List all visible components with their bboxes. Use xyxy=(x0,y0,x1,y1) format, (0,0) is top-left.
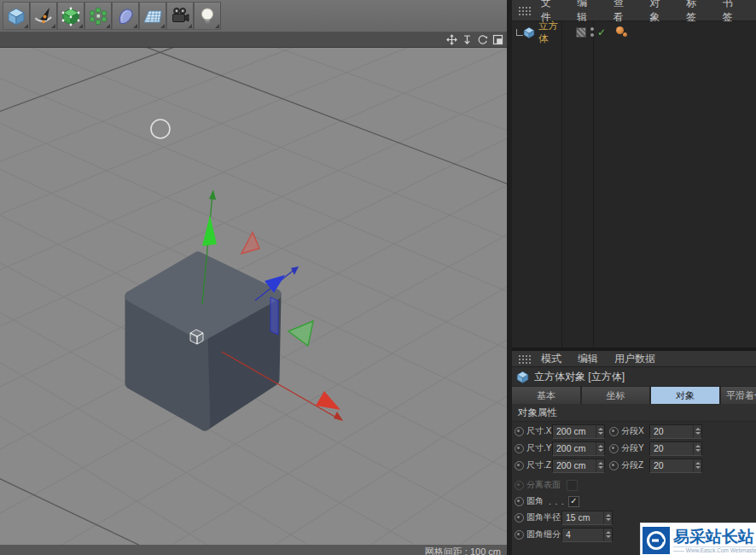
add-cube-button[interactable] xyxy=(3,2,30,30)
fillet-subdiv-field[interactable] xyxy=(561,528,613,542)
spinner-icon[interactable] xyxy=(603,511,612,524)
size-z-field[interactable] xyxy=(552,459,605,473)
segments-x-label: 分段X xyxy=(621,425,647,437)
dotted-leader: . . . xyxy=(549,497,565,506)
hierarchy-branch-icon xyxy=(516,29,523,36)
object-tree[interactable]: 立方体 ✓ xyxy=(512,21,756,348)
segments-y-field[interactable] xyxy=(649,441,702,456)
spinner-icon[interactable] xyxy=(693,459,701,472)
viewport-toggle-icon[interactable] xyxy=(491,34,503,46)
segments-z-field[interactable] xyxy=(649,459,702,473)
cube-object-icon xyxy=(523,26,535,38)
viewport-scene xyxy=(0,48,507,555)
object-name[interactable]: 立方体 xyxy=(538,20,567,45)
array-icon xyxy=(88,6,108,26)
segments-z-label: 分段Z xyxy=(621,459,647,471)
row-size-x: 尺寸.X 分段X xyxy=(512,423,756,440)
size-y-label: 尺寸.Y xyxy=(526,442,552,454)
grid-spacing-readout: 网格间距 : 100 cm xyxy=(0,545,507,555)
spinner-icon[interactable] xyxy=(596,459,604,472)
am-menu-mode[interactable]: 模式 xyxy=(538,351,564,367)
spinner-icon[interactable] xyxy=(596,425,604,438)
environment-floor-button[interactable] xyxy=(139,2,166,30)
object-manager-menubar: 文件 编辑 查看 对象 标签 书签 xyxy=(512,0,756,21)
watermark-logo-icon xyxy=(643,527,670,554)
tab-coordinates[interactable]: 坐标 xyxy=(582,387,649,404)
cube-icon xyxy=(6,6,26,26)
size-x-label: 尺寸.X xyxy=(526,425,552,437)
spinner-icon[interactable] xyxy=(693,425,701,438)
keyframe-circle-icon[interactable] xyxy=(609,427,619,436)
watermark-subtitle: —— Www.Easck.Com Webmaster xyxy=(673,546,756,553)
floor-grid-icon xyxy=(142,6,163,26)
keyframe-circle-icon[interactable] xyxy=(609,444,619,453)
panel-grip-icon[interactable] xyxy=(518,354,531,364)
row-size-y: 尺寸.Y 分段Y xyxy=(512,440,756,457)
left-pane: 网格间距 : 100 cm xyxy=(0,0,507,555)
layer-chip-icon[interactable] xyxy=(576,27,586,38)
spinner-icon[interactable] xyxy=(693,442,701,455)
keyframe-circle-icon[interactable] xyxy=(515,461,524,470)
size-x-field[interactable] xyxy=(552,424,605,439)
enabled-check-icon[interactable]: ✓ xyxy=(597,28,606,37)
attribute-title-text: 立方体对象 [立方体] xyxy=(534,370,625,384)
pen-icon xyxy=(33,6,54,26)
tab-basic[interactable]: 基本 xyxy=(512,387,580,404)
am-menu-edit[interactable]: 编辑 xyxy=(575,351,601,367)
spline-pen-button[interactable] xyxy=(30,2,57,30)
light-button[interactable] xyxy=(194,2,221,30)
cube-object-icon xyxy=(516,371,529,383)
deformer-icon xyxy=(115,6,136,26)
keyframe-circle-icon[interactable] xyxy=(515,497,524,506)
fillet-label: 圆角 xyxy=(526,495,547,507)
deformer-button[interactable] xyxy=(112,2,139,30)
keyframe-circle-icon[interactable] xyxy=(609,461,619,470)
main-toolbar xyxy=(0,0,507,32)
watermark-title: 易采站长站 xyxy=(673,529,756,546)
camera-button[interactable] xyxy=(166,2,194,30)
watermark: 易采站长站 —— Www.Easck.Com Webmaster xyxy=(640,523,756,555)
row-separate-surfaces: 分离表面 xyxy=(512,476,756,494)
attribute-tabs: 基本 坐标 对象 平滑着色( xyxy=(512,387,756,404)
spinner-icon[interactable] xyxy=(603,529,612,541)
row-fillet: 圆角 . . . ✓ xyxy=(512,493,756,510)
tab-phong[interactable]: 平滑着色( xyxy=(721,387,756,404)
viewport-rotate-icon[interactable] xyxy=(476,34,488,46)
object-row-cube[interactable]: 立方体 ✓ xyxy=(512,24,756,40)
right-pane: 文件 编辑 查看 对象 标签 书签 立方体 ✓ xyxy=(512,0,756,555)
array-generator-button[interactable] xyxy=(84,2,112,30)
fillet-subdiv-label: 圆角细分 xyxy=(526,529,559,540)
plane-handle-yz[interactable] xyxy=(270,297,278,335)
panel-grip-icon[interactable] xyxy=(518,6,531,15)
viewport-pan-icon[interactable] xyxy=(445,34,457,46)
fillet-checkbox[interactable]: ✓ xyxy=(568,496,579,507)
keyframe-circle-icon[interactable] xyxy=(515,513,524,523)
attribute-title: 立方体对象 [立方体] xyxy=(512,367,756,387)
viewport[interactable]: 网格间距 : 100 cm xyxy=(0,48,507,555)
fillet-radius-field[interactable] xyxy=(561,511,613,525)
row-size-z: 尺寸.Z 分段Z xyxy=(512,457,756,474)
om-column-divider xyxy=(561,21,562,348)
fillet-radius-label: 圆角半径 xyxy=(526,511,559,523)
fillet-handle[interactable] xyxy=(190,330,203,344)
viewport-dolly-icon[interactable] xyxy=(461,34,473,46)
viewport-titlebar xyxy=(0,32,507,48)
separate-surfaces-checkbox xyxy=(567,480,578,491)
green-cube-icon xyxy=(61,6,81,26)
separate-surfaces-label: 分离表面 xyxy=(526,479,559,491)
tab-object[interactable]: 对象 xyxy=(651,387,719,404)
attribute-manager-menubar: 模式 编辑 用户数据 xyxy=(512,351,756,367)
light-bulb-icon xyxy=(197,6,218,26)
keyframe-circle-icon[interactable] xyxy=(515,444,524,453)
segments-x-field[interactable] xyxy=(649,424,702,439)
spinner-icon[interactable] xyxy=(596,442,604,455)
subdivision-surface-button[interactable] xyxy=(57,2,84,30)
phong-tag-icon[interactable] xyxy=(616,26,630,39)
size-y-field[interactable] xyxy=(552,441,605,456)
keyframe-circle-icon[interactable] xyxy=(515,427,524,436)
am-menu-userdata[interactable]: 用户数据 xyxy=(612,351,658,367)
segments-y-label: 分段Y xyxy=(621,442,647,454)
visibility-dots[interactable] xyxy=(590,27,594,37)
keyframe-circle-icon[interactable] xyxy=(515,530,524,540)
om-column-divider xyxy=(593,21,594,348)
